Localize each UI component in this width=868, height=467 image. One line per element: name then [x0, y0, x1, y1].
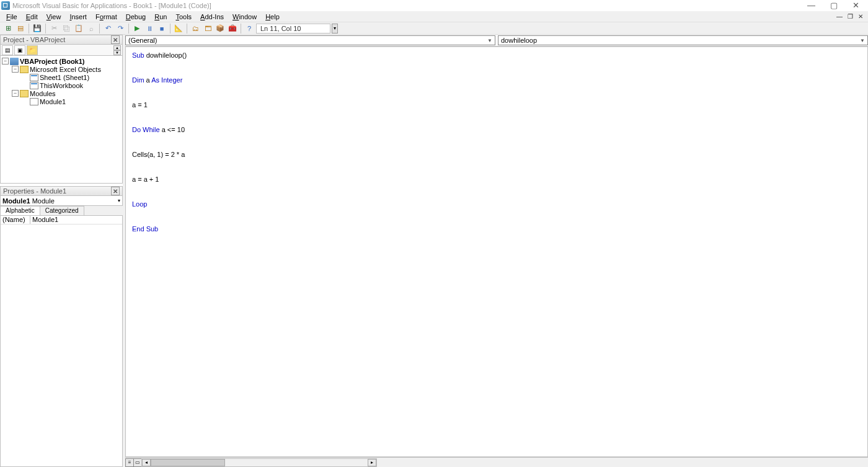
workbook-icon: [30, 82, 38, 89]
design-mode-button[interactable]: 📐: [173, 23, 184, 34]
code-editor[interactable]: Sub dowhileloop() Dim a As Integer a = 1…: [125, 46, 868, 457]
properties-object-selector[interactable]: Module1 Module ▾: [0, 196, 123, 206]
editor-bottom-bar: ≡ ▭ ◂ ▸: [125, 457, 868, 467]
collapse-icon[interactable]: −: [2, 58, 9, 64]
properties-grid: (Name) Module1: [0, 216, 123, 467]
menu-format[interactable]: Format: [92, 12, 121, 21]
tree-label: Modules: [30, 90, 56, 97]
tab-alphabetic[interactable]: Alphabetic: [0, 206, 40, 215]
maximize-button[interactable]: ▢: [830, 2, 838, 9]
break-button[interactable]: ⏸: [144, 23, 155, 34]
scroll-right-button[interactable]: ▸: [368, 459, 376, 466]
property-name-label: (Name): [1, 216, 30, 224]
tab-categorized[interactable]: Categorized: [40, 206, 84, 215]
property-name-value[interactable]: Module1: [30, 216, 122, 224]
properties-pane-header: Properties - Module1 ✕: [0, 186, 123, 196]
close-button[interactable]: ✕: [852, 2, 859, 9]
mdi-minimize-button[interactable]: —: [835, 13, 844, 20]
tree-thisworkbook[interactable]: ThisWorkbook: [1, 81, 122, 89]
menu-file[interactable]: File: [2, 12, 21, 21]
insert-module-button[interactable]: ▤: [15, 23, 26, 34]
project-pane-header: Project - VBAProject ✕: [0, 35, 123, 45]
scroll-left-button[interactable]: ◂: [142, 459, 151, 466]
redo-button[interactable]: ↷: [115, 23, 126, 34]
object-dropdown[interactable]: (General) ▼: [125, 35, 495, 45]
tree-modules-folder[interactable]: − Modules: [1, 89, 122, 97]
copy-button[interactable]: ⿻: [61, 23, 72, 34]
collapse-icon[interactable]: −: [12, 66, 19, 73]
vba-app-icon: [1, 1, 10, 10]
collapse-icon[interactable]: −: [12, 90, 19, 97]
mdi-close-button[interactable]: ✕: [857, 13, 864, 20]
tree-label: VBAProject (Book1): [20, 58, 85, 65]
separator: [29, 24, 29, 33]
properties-pane-close-button[interactable]: ✕: [111, 187, 120, 195]
dropdown-icon: ▼: [487, 38, 492, 43]
sheet-icon: [30, 74, 38, 81]
menu-view[interactable]: View: [43, 12, 65, 21]
menu-tools[interactable]: Tools: [172, 12, 195, 21]
object-browser-button[interactable]: 📦: [215, 23, 226, 34]
project-scroll[interactable]: ▲▼: [113, 45, 121, 55]
title-bar: Microsoft Visual Basic for Applications …: [0, 0, 868, 11]
cut-button[interactable]: ✂: [48, 23, 60, 34]
project-explorer-button[interactable]: 🗂: [190, 23, 201, 34]
scroll-thumb[interactable]: [151, 459, 225, 466]
help-button[interactable]: ?: [244, 23, 255, 34]
tree-sheet1[interactable]: Sheet1 (Sheet1): [1, 73, 122, 81]
view-excel-button[interactable]: ⊞: [2, 23, 14, 34]
folder-icon: [20, 66, 29, 73]
property-row-name[interactable]: (Name) Module1: [1, 216, 122, 225]
menu-window[interactable]: Window: [229, 12, 260, 21]
menu-addins[interactable]: Add-Ins: [197, 12, 228, 21]
menu-help[interactable]: Help: [262, 12, 283, 21]
undo-button[interactable]: ↶: [102, 23, 113, 34]
separator: [241, 24, 241, 33]
properties-tabs: Alphabetic Categorized: [0, 206, 123, 216]
project-icon: [10, 58, 19, 65]
separator: [170, 24, 170, 33]
minimize-button[interactable]: —: [807, 2, 815, 9]
save-button[interactable]: 💾: [32, 23, 43, 34]
dropdown-icon[interactable]: ▾: [118, 198, 120, 203]
menu-debug[interactable]: Debug: [122, 12, 149, 21]
view-code-button[interactable]: ▤: [2, 45, 13, 55]
tree-label: Microsoft Excel Objects: [30, 66, 101, 73]
menu-insert[interactable]: Insert: [66, 12, 91, 21]
toggle-folders-button[interactable]: 📁: [27, 45, 38, 55]
toolbox-button[interactable]: 🧰: [227, 23, 238, 34]
tree-label: Sheet1 (Sheet1): [40, 74, 89, 81]
full-module-view-button[interactable]: ▭: [133, 458, 142, 467]
dropdown-icon: ▼: [860, 38, 865, 43]
module-icon: [30, 98, 38, 105]
view-object-button[interactable]: ▣: [14, 45, 25, 55]
tree-excel-objects[interactable]: − Microsoft Excel Objects: [1, 65, 122, 73]
separator: [128, 24, 129, 33]
procedure-dropdown-value: dowhileloop: [501, 37, 537, 44]
tree-label: ThisWorkbook: [40, 82, 83, 89]
separator: [99, 24, 100, 33]
status-dropdown-button[interactable]: ▾: [332, 24, 338, 33]
reset-button[interactable]: ■: [156, 23, 167, 34]
separator: [45, 24, 46, 33]
folder-icon: [20, 90, 29, 97]
run-button[interactable]: ▶: [131, 23, 143, 34]
procedure-view-button[interactable]: ≡: [125, 458, 134, 467]
tree-project-root[interactable]: − VBAProject (Book1): [1, 57, 122, 65]
menu-run[interactable]: Run: [151, 12, 170, 21]
menu-bar: File Edit View Insert Format Debug Run T…: [0, 11, 868, 22]
menu-edit[interactable]: Edit: [22, 12, 42, 21]
mdi-restore-button[interactable]: ❐: [846, 13, 854, 20]
object-dropdown-value: (General): [128, 37, 157, 44]
properties-pane-title: Properties - Module1: [3, 187, 66, 195]
properties-window-button[interactable]: 🗔: [202, 23, 213, 34]
procedure-dropdown[interactable]: dowhileloop ▼: [498, 35, 868, 45]
project-tree[interactable]: − VBAProject (Book1) − Microsoft Excel O…: [0, 56, 123, 184]
module-name: Module1: [2, 197, 30, 205]
tree-module1[interactable]: Module1: [1, 97, 122, 105]
paste-button[interactable]: 📋: [73, 23, 84, 34]
horizontal-scrollbar[interactable]: ◂ ▸: [141, 458, 377, 467]
find-button[interactable]: ⌕: [86, 23, 97, 34]
module-type: Module: [32, 197, 55, 205]
project-pane-close-button[interactable]: ✕: [111, 35, 120, 44]
